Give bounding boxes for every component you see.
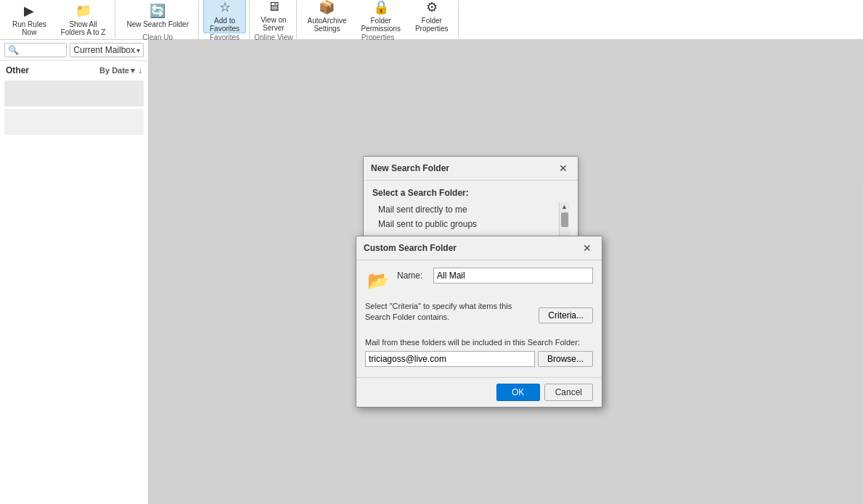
mail-source-input[interactable] [365, 351, 535, 367]
add-to-favorites-button[interactable]: ☆ Add toFavorites [203, 0, 246, 33]
new-search-folder-title: New Search Folder [371, 163, 449, 173]
new-search-folder-title-bar: New Search Folder ✕ [364, 157, 578, 181]
search-folder-item-0[interactable]: Mail sent directly to me [372, 202, 559, 217]
recover-deleted-button[interactable]: 🔄 New Search Folder [120, 0, 195, 33]
show-all-folders-button[interactable]: 📁 Show AllFolders A to Z [54, 2, 113, 37]
criteria-description: Select "Criteria" to specify what items … [365, 301, 533, 323]
folder-permissions-icon: 🔒 [373, 0, 389, 15]
mailbox-label: Current Mailbox [73, 45, 135, 55]
search-folder-list: Mail sent directly to me Mail sent to pu… [372, 202, 569, 240]
criteria-button[interactable]: Criteria... [539, 307, 593, 323]
new-search-folder-close-button[interactable]: ✕ [556, 161, 570, 175]
search-input-wrap[interactable]: 🔍 [4, 43, 67, 57]
name-row: Name: [397, 268, 593, 284]
view-on-server-button[interactable]: 🖥 View onServer [254, 0, 293, 33]
add-favorites-label: Add toFavorites [210, 17, 240, 33]
folder-properties-icon: ⚙ [426, 0, 438, 15]
mailbox-chevron-icon: ▾ [136, 46, 140, 54]
custom-search-folder-close-button[interactable]: ✕ [580, 241, 594, 255]
sort-label: By Date [99, 66, 129, 75]
search-input[interactable] [22, 45, 63, 55]
folder-properties-label: FolderProperties [415, 17, 449, 33]
custom-search-folder-title-bar: Custom Search Folder ✕ [356, 236, 602, 260]
name-label: Name: [397, 270, 433, 281]
sort-direction-icon[interactable]: ↓ [138, 65, 142, 75]
mail-source-label: Mail from these folders will be included… [365, 338, 593, 347]
scroll-up-icon[interactable]: ▲ [560, 202, 568, 211]
custom-search-folder-title: Custom Search Folder [364, 243, 457, 253]
run-rules-icon: ▶ [24, 3, 34, 19]
mailbox-selector[interactable]: Current Mailbox ▾ [70, 43, 144, 57]
custom-search-folder-footer: OK Cancel [356, 377, 602, 407]
recover-deleted-label: New Search Folder [126, 20, 189, 28]
mail-item[interactable] [4, 109, 144, 135]
sort-button[interactable]: By Date ▾ [99, 66, 135, 75]
name-input[interactable] [433, 268, 593, 284]
mail-source-row: Browse... [365, 351, 593, 367]
custom-search-folder-body: 📂 Name: Select "Criteria" to specify wha… [356, 260, 602, 374]
custom-search-folder-dialog: Custom Search Folder ✕ 📂 Name: Select "C… [356, 236, 602, 408]
folder-permissions-label: FolderPermissions [361, 17, 400, 33]
folder-icon: 📂 [365, 268, 391, 294]
select-search-folder-label: Select a Search Folder: [372, 188, 569, 198]
show-all-folders-label: Show AllFolders A to Z [61, 20, 106, 36]
main-content: New Search Folder ✕ Select a Search Fold… [149, 40, 863, 504]
search-bar: 🔍 Current Mailbox ▾ [0, 40, 148, 61]
sort-chevron-icon: ▾ [131, 66, 135, 75]
folder-properties-button[interactable]: ⚙ FolderProperties [409, 0, 455, 33]
ribbon-group-recover: 🔄 New Search Folder Clean Up [117, 1, 199, 38]
show-all-folders-icon: 📁 [75, 3, 91, 19]
view-on-server-icon: 🖥 [267, 0, 280, 15]
custom-search-folder-ok-button[interactable]: OK [496, 384, 540, 401]
run-rules-label: Run Rules Now [12, 20, 46, 36]
folder-permissions-button[interactable]: 🔒 FolderPermissions [354, 0, 406, 33]
run-rules-button[interactable]: ▶ Run Rules Now [6, 2, 53, 37]
search-folder-scrollbar[interactable]: ▲ [559, 202, 569, 240]
ribbon-group-online-view: 🖥 View onServer Online View [251, 1, 296, 38]
other-header: Other By Date ▾ ↓ [0, 61, 148, 78]
other-label: Other [6, 65, 29, 75]
search-icon: 🔍 [8, 45, 19, 55]
ribbon-group-favorites: ☆ Add toFavorites Favorites [200, 1, 250, 38]
recover-deleted-icon: 🔄 [150, 3, 165, 19]
ribbon: ▶ Run Rules Now 📁 Show AllFolders A to Z… [0, 0, 863, 40]
browse-button[interactable]: Browse... [538, 351, 593, 367]
autoarchive-label: AutoArchiveSettings [308, 17, 347, 33]
ribbon-group-properties: 📦 AutoArchiveSettings 🔒 FolderPermission… [298, 1, 459, 38]
scrollbar-thumb[interactable] [561, 212, 568, 227]
add-favorites-icon: ☆ [219, 0, 231, 15]
mail-item[interactable] [4, 80, 144, 107]
autoarchive-button[interactable]: 📦 AutoArchiveSettings [301, 0, 353, 33]
custom-search-folder-cancel-button[interactable]: Cancel [544, 384, 593, 401]
search-folder-list-items: Mail sent directly to me Mail sent to pu… [372, 202, 559, 240]
view-on-server-label: View onServer [261, 16, 286, 32]
left-panel: 🔍 Current Mailbox ▾ Other By Date ▾ ↓ [0, 40, 149, 504]
autoarchive-icon: 📦 [319, 0, 335, 15]
ribbon-group-rules: ▶ Run Rules Now 📁 Show AllFolders A to Z [3, 1, 115, 38]
search-folder-item-1[interactable]: Mail sent to public groups [372, 217, 559, 231]
